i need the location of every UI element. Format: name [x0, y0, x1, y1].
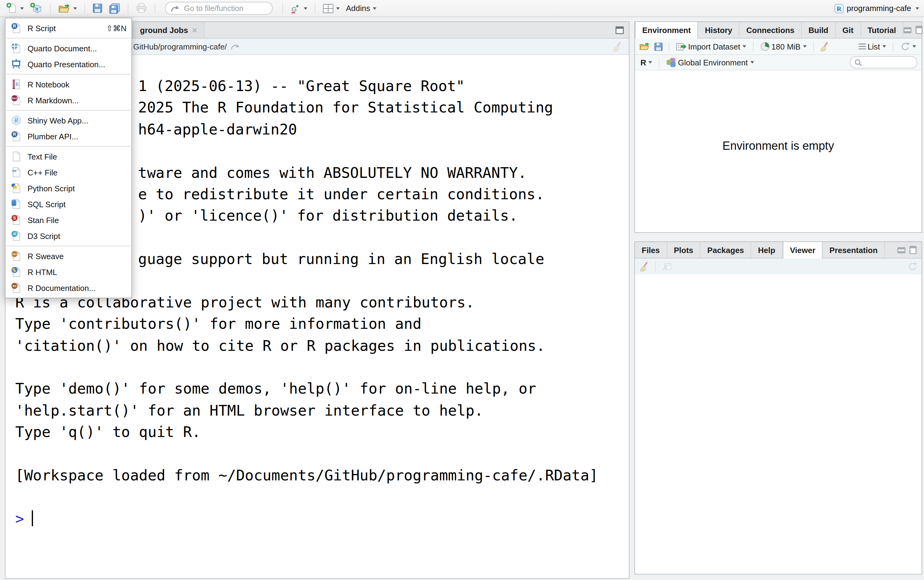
svg-text:cpp: cpp — [12, 169, 16, 172]
load-workspace-icon[interactable] — [639, 41, 650, 51]
addins-button[interactable]: Addins — [345, 1, 378, 16]
environment-search[interactable] — [850, 56, 917, 68]
language-selector[interactable]: R — [639, 55, 654, 70]
menu-item-label: Quarto Presentation... — [28, 59, 105, 69]
tab-history[interactable]: History — [698, 22, 740, 38]
tab-help[interactable]: Help — [751, 242, 782, 258]
refresh-environment-button[interactable] — [899, 39, 917, 54]
clear-viewer-broom-icon[interactable] — [639, 261, 650, 272]
quarto-document-icon — [10, 43, 22, 54]
svg-text:R: R — [15, 82, 19, 87]
menu-item-d3-script[interactable]: JSD3 Script — [5, 228, 132, 244]
save-icon — [92, 3, 103, 13]
menu-item-quarto-presentation[interactable]: Quarto Presentation... — [5, 56, 132, 72]
tab-connections[interactable]: Connections — [740, 22, 802, 38]
chevron-down-icon[interactable] — [73, 7, 77, 10]
menu-item-c-file[interactable]: cppC++ File — [5, 165, 132, 180]
import-dataset-label: Import Dataset — [688, 42, 740, 51]
chevron-down-icon[interactable] — [304, 7, 307, 10]
menu-item-sql-script[interactable]: SQL Script — [5, 196, 132, 212]
refresh-icon — [900, 41, 910, 51]
new-file-menu: RR Script⇧⌘NQuarto Document...Quarto Pre… — [5, 18, 132, 298]
menu-item-r-html[interactable]: R HTML — [5, 264, 132, 280]
menu-item-r-script[interactable]: RR Script⇧⌘N — [5, 20, 132, 36]
menu-item-label: R Script — [28, 23, 56, 33]
menu-item-quarto-document[interactable]: Quarto Document... — [5, 40, 132, 56]
console-prompt-line[interactable]: > — [5, 509, 629, 530]
new-project-button[interactable]: R — [29, 1, 44, 16]
open-in-new-window-icon[interactable] — [661, 262, 672, 271]
menu-item-text-file[interactable]: Text File — [5, 148, 132, 165]
open-file-button[interactable] — [57, 1, 78, 16]
toolbar-divider — [128, 3, 128, 14]
save-all-button[interactable] — [107, 1, 122, 16]
maximize-pane-icon[interactable] — [916, 26, 923, 34]
svg-text:R: R — [13, 23, 16, 28]
tab-packages[interactable]: Packages — [701, 242, 751, 258]
tab-viewer[interactable]: Viewer — [782, 242, 823, 259]
clear-console-broom-icon[interactable] — [612, 41, 623, 52]
menu-item-python-script[interactable]: Python Script — [5, 180, 132, 196]
version-control-button[interactable]: G — [289, 1, 309, 16]
menu-item-r-documentation[interactable]: RdR Documentation... — [5, 280, 132, 296]
viewer-body — [635, 274, 922, 574]
tab-environment[interactable]: Environment — [635, 22, 698, 38]
toolbar-divider — [659, 57, 660, 68]
tab-tutorial[interactable]: Tutorial — [861, 22, 903, 38]
import-dataset-button[interactable]: Import Dataset — [675, 39, 748, 54]
clear-environment-broom-icon[interactable] — [820, 41, 830, 52]
text-cursor — [32, 510, 33, 526]
tab-build[interactable]: Build — [802, 22, 836, 38]
console-line: 'citation()' on how to cite R or R packa… — [5, 335, 629, 357]
panes-layout-button[interactable] — [321, 1, 341, 16]
viewer-toolbar — [635, 259, 922, 275]
menu-item-r-sweave[interactable]: RswR Sweave — [5, 248, 132, 264]
save-button[interactable] — [91, 1, 104, 16]
memory-usage-button[interactable]: 180 MiB — [759, 39, 808, 54]
print-icon — [136, 3, 147, 13]
list-view-button[interactable]: List — [857, 39, 887, 54]
version-control-icon: G — [290, 3, 301, 14]
maximize-pane-icon[interactable] — [909, 246, 917, 254]
tab-background-jobs[interactable]: ground Jobs — [133, 22, 204, 38]
panes-layout-icon — [323, 3, 334, 13]
cpp-icon: cpp — [10, 167, 22, 178]
search-icon — [854, 58, 862, 66]
addins-label: Addins — [346, 4, 371, 13]
chevron-down-icon[interactable] — [20, 7, 24, 10]
text-file-icon — [10, 151, 22, 162]
save-workspace-icon[interactable] — [654, 42, 663, 51]
menu-item-plumber-api[interactable]: RPlumber API... — [5, 129, 132, 144]
tab-files[interactable]: Files — [635, 242, 667, 258]
d3-icon: JS — [10, 231, 22, 241]
project-menu-button[interactable]: R programming-cafe — [834, 3, 919, 13]
files-tabstrip: FilesPlotsPackagesHelpViewerPresentation — [635, 242, 922, 259]
refresh-viewer-icon[interactable] — [908, 262, 917, 271]
minimize-pane-icon[interactable] — [904, 26, 912, 33]
minimize-pane-icon[interactable] — [897, 247, 906, 253]
print-button[interactable] — [135, 1, 148, 16]
r-documentation-icon: Rd — [10, 282, 22, 293]
maximize-pane-icon[interactable] — [615, 26, 624, 34]
environment-scope-selector[interactable]: Global Environment — [665, 55, 755, 70]
goto-file-input[interactable] — [183, 3, 252, 13]
save-all-icon — [109, 3, 120, 14]
close-icon[interactable] — [191, 27, 197, 33]
goto-file-search[interactable] — [165, 2, 273, 15]
menu-item-r-markdown[interactable]: RmdR Markdown... — [5, 92, 132, 108]
menu-item-r-notebook[interactable]: RR Notebook — [5, 76, 132, 92]
memory-pie-icon — [761, 41, 770, 51]
tab-git[interactable]: Git — [836, 22, 861, 38]
tab-presentation[interactable]: Presentation — [823, 242, 885, 258]
new-file-button[interactable] — [5, 1, 25, 16]
chevron-down-icon[interactable] — [336, 7, 340, 10]
toolbar-divider — [893, 41, 893, 52]
menu-item-shiny-web-app[interactable]: RShiny Web App... — [5, 112, 132, 129]
tab-plots[interactable]: Plots — [667, 242, 701, 258]
menu-item-stan-file[interactable]: SStan File — [5, 212, 132, 228]
memory-usage-label: 180 MiB — [771, 42, 800, 51]
chevron-down-icon — [803, 45, 807, 48]
console-line — [5, 443, 629, 465]
menu-item-label: Text File — [28, 152, 57, 161]
restart-r-arrow-icon[interactable] — [231, 43, 240, 50]
